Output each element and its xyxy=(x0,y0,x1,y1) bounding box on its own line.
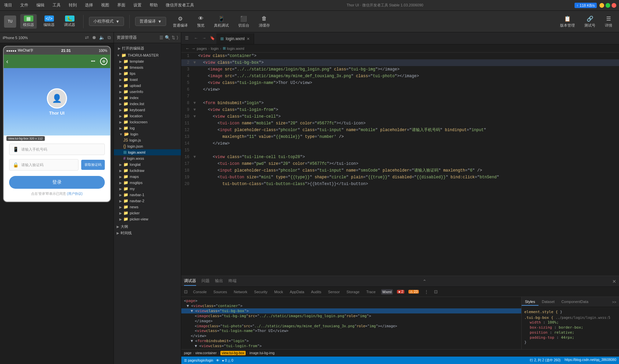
tree-section-timeline[interactable]: ▶ 时间线 xyxy=(114,230,181,236)
devtools-tool-wxml[interactable]: Wxml xyxy=(381,289,393,295)
dr-tab-styles[interactable]: Styles xyxy=(522,298,538,306)
tree-file-loginwxss[interactable]: # login.wxss xyxy=(114,155,181,161)
devtools-tool-appdata[interactable]: AppData xyxy=(288,289,306,295)
tree-folder-maps[interactable]: ▶ 📁 maps xyxy=(114,174,181,180)
devtools-tool-trace[interactable]: Trace xyxy=(365,289,377,295)
wxml-line-form[interactable]: ▼ <form bindsubmit="login"> xyxy=(181,338,521,343)
tree-folder-location[interactable]: ▶ 📁 location xyxy=(114,113,181,119)
path-container[interactable]: view.container xyxy=(195,351,217,355)
debugger-tool[interactable]: 🐛 调试器 xyxy=(61,14,78,29)
code-input-placeholder[interactable]: 请输入验证码 xyxy=(21,162,75,168)
menu-item-view[interactable]: 视图 xyxy=(100,2,111,9)
tree-root-folder[interactable]: ▼ 📁 THORUI-MASTER xyxy=(114,52,181,58)
devtools-capture-icon[interactable]: ⊡ xyxy=(184,289,188,294)
path-page[interactable]: page xyxy=(184,351,191,355)
tree-folder-userinfo[interactable]: ▶ 📁 userInfo xyxy=(114,89,181,95)
sim-record-icon[interactable]: ⏺ xyxy=(92,35,96,40)
code-editor[interactable]: 1 <view class="container"> 2 ▼ <view cla… xyxy=(181,53,619,276)
tree-folder-my[interactable]: ▶ 📁 my xyxy=(114,186,181,192)
test-button[interactable]: 🔗 测试号 xyxy=(582,13,598,29)
wxml-line-image1[interactable]: <image class="tui-bg-img" src="../../sta… xyxy=(181,313,521,318)
editor-tabs-menu[interactable]: ☰ xyxy=(181,32,192,44)
cut-back-button[interactable]: ⬛ 切后台 xyxy=(236,13,252,29)
clear-cache-button[interactable]: 🗑 清缓存 xyxy=(256,13,273,29)
sim-expand-icon[interactable]: ⧉ xyxy=(107,35,111,40)
tab-close-icon[interactable]: ✕ xyxy=(247,37,250,41)
tree-folder-longlat[interactable]: ▶ 📁 longlat xyxy=(114,161,181,168)
menu-item-interface[interactable]: 界面 xyxy=(116,2,127,9)
nav-dots-icon[interactable]: ••• xyxy=(91,59,95,64)
tree-folder-msgtips[interactable]: ▶ 📁 msgtips xyxy=(114,180,181,186)
wxml-line-image1-close[interactable]: </image> xyxy=(181,318,521,324)
real-device-button[interactable]: 📱 真机调试 xyxy=(211,13,231,29)
wxml-line-page[interactable]: <page> xyxy=(181,298,521,303)
tree-search-icon[interactable]: 🔍 xyxy=(165,35,170,40)
phone-input-placeholder[interactable]: 请输入手机号码 xyxy=(21,147,101,152)
tree-sort-icon[interactable]: ⇅ xyxy=(172,35,175,40)
menu-item-select[interactable]: 选择 xyxy=(84,2,94,9)
tree-file-loginwxml[interactable]: ⊞ login.wxml xyxy=(114,149,181,155)
tree-folder-keyboard[interactable]: ▶ 📁 keyboard xyxy=(114,107,181,113)
tree-folder-tips[interactable]: ▶ 📁 tips xyxy=(114,70,181,77)
devtools-tab-output[interactable]: 输出 xyxy=(215,277,223,286)
devtools-minimize-icon[interactable]: ⌃ xyxy=(423,279,427,284)
path-image[interactable]: image.tui-bg-img xyxy=(249,351,274,355)
wxml-line-name[interactable]: <view class="tui-login-name">Thor UI</vi… xyxy=(181,328,521,333)
tree-folder-picker[interactable]: ▶ 📁 picker xyxy=(114,210,181,216)
dr-tab-dataset[interactable]: Dataset xyxy=(538,298,558,306)
devtools-tool-network[interactable]: Network xyxy=(233,289,249,295)
version-button[interactable]: 📋 版本管理 xyxy=(557,13,578,29)
menu-item-file[interactable]: 文件 xyxy=(19,2,30,9)
editor-tab-loginwxml[interactable]: ⊞ login.wxml ✕ xyxy=(216,33,254,44)
breadcrumb-back-button[interactable]: ← xyxy=(192,32,200,44)
devtools-undock-icon[interactable]: ⊡ xyxy=(434,289,438,294)
tree-folder-navbar2[interactable]: ▶ 📁 navbar-2 xyxy=(114,198,181,204)
sim-rotate-icon[interactable]: ⇄ xyxy=(85,35,89,40)
tree-folder-timeaxis[interactable]: ▶ 📁 timeaxis xyxy=(114,64,181,70)
agree-link[interactable]: (用户协议) xyxy=(67,192,83,195)
tree-folder-news[interactable]: ▶ 📁 news xyxy=(114,204,181,210)
devtools-tool-storage[interactable]: Storage xyxy=(345,289,361,295)
tree-folder-indexlist[interactable]: ▶ 📁 index.list xyxy=(114,101,181,107)
nav-back-button[interactable]: ‹ xyxy=(6,58,8,65)
compile-selector[interactable]: 普通编译 ▼ xyxy=(135,17,166,26)
tree-folder-toast[interactable]: ▶ 📁 toast xyxy=(114,77,181,83)
menu-item-wechat[interactable]: 微信开发者工具 xyxy=(164,2,195,9)
login-button[interactable]: 登录 xyxy=(9,176,105,189)
devtools-tab-debugger[interactable]: 调试器 xyxy=(184,277,196,286)
wxml-line-bgbox[interactable]: ▼ <view class="tui-bg-box"> xyxy=(181,308,521,313)
menu-item-settings[interactable]: 设置 xyxy=(132,2,143,9)
maximize-button[interactable] xyxy=(606,3,610,8)
devtools-tool-sensor[interactable]: Sensor xyxy=(327,289,341,295)
menu-item-project[interactable]: 项目 xyxy=(3,2,13,9)
breadcrumb-forward-icon[interactable]: → xyxy=(191,46,195,51)
tree-folder-template[interactable]: ▶ 📁 template xyxy=(114,58,181,64)
tree-folder-lockscreen[interactable]: ▶ 📁 lockscreen xyxy=(114,119,181,125)
preview-button[interactable]: 👁 预览 xyxy=(194,13,207,29)
devtools-tool-console[interactable]: Console xyxy=(192,289,208,295)
breadcrumb-forward-button[interactable]: → xyxy=(200,32,208,44)
nav-circle-button[interactable]: ⊕ xyxy=(100,58,107,65)
tree-folder-log[interactable]: ▶ 📁 log xyxy=(114,125,181,131)
get-code-button[interactable]: 获取验证码 xyxy=(81,160,105,170)
tree-folder-pickerview[interactable]: ▶ 📁 picker-view xyxy=(114,216,181,222)
devtools-tool-security[interactable]: Security xyxy=(253,289,269,295)
tree-list-icon[interactable]: ☰ xyxy=(159,35,163,40)
wxml-line-container[interactable]: ▼ <view class="container"> xyxy=(181,303,521,308)
tree-expand-icon[interactable]: ⟩ xyxy=(177,35,178,40)
dr-tab-more[interactable]: >> xyxy=(609,299,619,305)
wxml-line-view-close[interactable]: </view> xyxy=(181,333,521,338)
sim-audio-icon[interactable]: 🔈 xyxy=(99,35,105,40)
dr-tab-componentdata[interactable]: ComponentData xyxy=(558,298,592,306)
simulator-tool[interactable]: ▦ 模拟器 xyxy=(20,14,37,29)
menu-item-goto[interactable]: 转到 xyxy=(67,2,78,9)
devtools-close-icon[interactable]: ✕ xyxy=(612,279,616,284)
detail-button[interactable]: ☰ 详情 xyxy=(602,13,615,29)
menu-item-edit[interactable]: 编辑 xyxy=(35,2,46,9)
devtools-tool-mock[interactable]: Mock xyxy=(273,289,284,295)
tree-folder-navbar1[interactable]: ▶ 📁 navbar-1 xyxy=(114,192,181,198)
tree-folder-login[interactable]: ▼ 📂 login xyxy=(114,131,181,137)
devtools-more-icon[interactable]: ⋮ xyxy=(424,289,429,294)
menu-item-tool[interactable]: 工具 xyxy=(51,2,62,9)
tree-folder-upload[interactable]: ▶ 📁 upload xyxy=(114,83,181,89)
